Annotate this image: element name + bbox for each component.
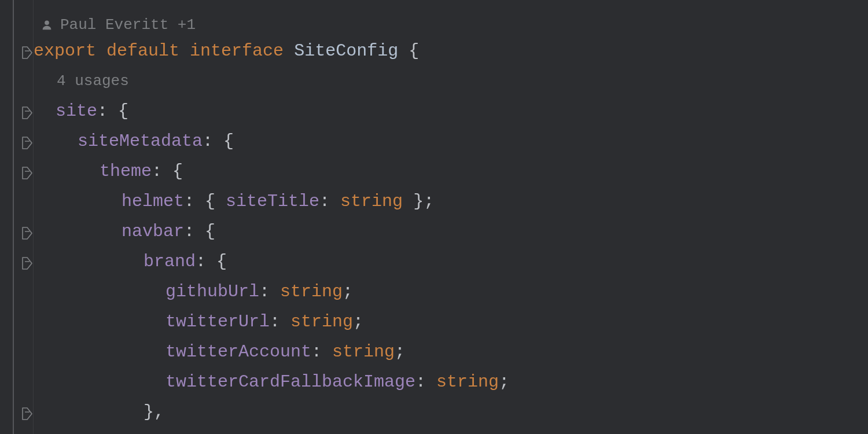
gutter: [0, 0, 34, 434]
code-line[interactable]: twitterCardFallbackImage: string;: [34, 367, 868, 397]
person-icon: [41, 19, 53, 31]
code-line[interactable]: twitterUrl: string;: [34, 307, 868, 337]
code-line[interactable]: export default interface SiteConfig {: [34, 36, 868, 66]
prop-sitetitle: siteTitle: [226, 192, 319, 211]
prop-brand: brand: [144, 252, 196, 271]
prop-twittercardfallbackimage: twitterCardFallbackImage: [165, 372, 415, 392]
code-line[interactable]: siteMetadata: {: [34, 126, 868, 156]
colon-brace: : {: [184, 222, 215, 241]
prop-theme: theme: [100, 161, 152, 181]
keyword-export: export: [34, 41, 96, 61]
keyword-interface: interface: [190, 41, 284, 61]
semicolon: ;: [424, 192, 434, 211]
prop-githuburl: githubUrl: [165, 282, 259, 301]
prop-navbar: navbar: [122, 222, 184, 241]
code-line[interactable]: },: [34, 397, 868, 427]
type-string: string: [280, 282, 343, 301]
colon-brace: : {: [184, 192, 215, 211]
type-string: string: [436, 372, 499, 392]
semicolon: ;: [353, 312, 363, 332]
usages-hint[interactable]: 4 usages: [34, 66, 868, 96]
colon-brace: : {: [196, 252, 227, 271]
prop-twitterurl: twitterUrl: [165, 312, 270, 332]
brace-close-comma: },: [144, 402, 164, 422]
code-line[interactable]: twitterAccount: string;: [34, 337, 868, 367]
type-name: SiteConfig: [294, 41, 398, 61]
fold-collapse-icon[interactable]: [22, 227, 32, 240]
gutter-vcs-line: [13, 0, 14, 434]
code-line[interactable]: site: {: [34, 96, 868, 126]
fold-collapse-icon[interactable]: [22, 257, 32, 270]
prop-helmet: helmet: [122, 192, 184, 211]
prop-sitemetadata: siteMetadata: [78, 131, 203, 151]
type-string: string: [290, 312, 353, 332]
colon-brace: : {: [152, 161, 183, 181]
fold-collapse-icon[interactable]: [22, 167, 32, 179]
semicolon: ;: [499, 372, 509, 392]
author-text: Paul Everitt +1: [60, 14, 196, 36]
svg-point-0: [45, 20, 49, 25]
code-editor[interactable]: Paul Everitt +1 export default interface…: [34, 0, 868, 427]
type-string: string: [340, 192, 403, 211]
type-string: string: [332, 342, 395, 362]
author-annotation[interactable]: Paul Everitt +1: [34, 14, 868, 36]
colon-brace: : {: [97, 101, 128, 121]
semicolon: ;: [343, 282, 353, 301]
code-line[interactable]: navbar: {: [34, 216, 868, 247]
colon-brace: : {: [203, 131, 234, 151]
code-line[interactable]: helmet: { siteTitle: string };: [34, 186, 868, 216]
fold-collapse-icon[interactable]: [22, 106, 32, 119]
prop-site: site: [56, 101, 97, 121]
semicolon: ;: [395, 342, 405, 362]
keyword-default: default: [106, 41, 179, 61]
fold-collapse-icon[interactable]: [22, 46, 32, 59]
code-line[interactable]: theme: {: [34, 156, 868, 186]
code-line[interactable]: githubUrl: string;: [34, 277, 868, 307]
fold-collapse-icon[interactable]: [22, 407, 32, 420]
fold-collapse-icon[interactable]: [22, 137, 32, 149]
code-line[interactable]: brand: {: [34, 247, 868, 277]
prop-twitteraccount: twitterAccount: [165, 342, 311, 362]
brace-open: {: [409, 41, 419, 61]
